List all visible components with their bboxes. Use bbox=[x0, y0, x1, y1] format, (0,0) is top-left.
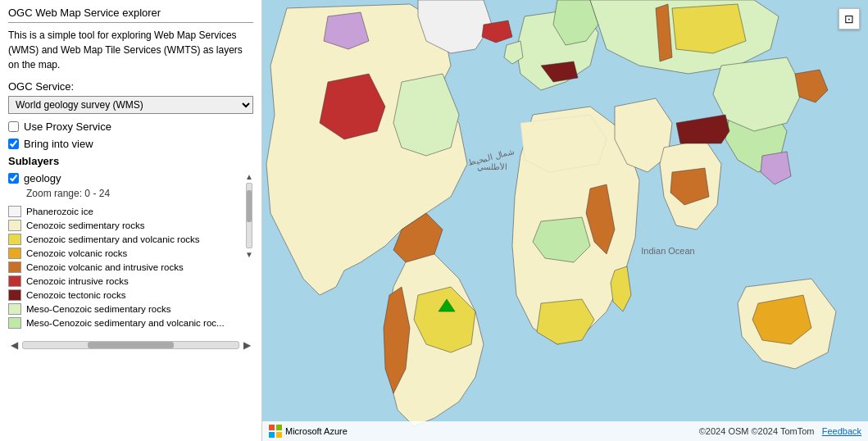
use-proxy-checkbox[interactable] bbox=[8, 121, 19, 132]
use-proxy-row: Use Proxy Service bbox=[8, 120, 253, 133]
legend-item-8: Meso-Cenozoic sedimentary rocks bbox=[8, 303, 243, 315]
geology-layer-checkbox[interactable] bbox=[8, 173, 19, 184]
scroll-right-arrow[interactable]: ▶ bbox=[241, 339, 253, 351]
legend-color-9 bbox=[8, 317, 21, 329]
scroll-left-arrow[interactable]: ◀ bbox=[8, 339, 20, 351]
map-bottom-bar: Microsoft Azure ©2024 OSM ©2024 TomTom F… bbox=[262, 421, 868, 441]
legend-label-1: Phanerozoic ice bbox=[26, 207, 93, 216]
ms-sq-blue bbox=[269, 432, 275, 438]
legend-label-8: Meso-Cenozoic sedimentary rocks bbox=[26, 304, 170, 314]
legend-color-7 bbox=[8, 289, 21, 301]
map-attribution: ©2024 OSM ©2024 TomTom Feedback bbox=[699, 426, 861, 436]
legend-label-4: Cenozoic volcanic rocks bbox=[26, 248, 127, 258]
legend-item-5: Cenozoic volcanic and intrusive rocks bbox=[8, 261, 243, 273]
legend-item-7: Cenozoic tectonic rocks bbox=[8, 289, 243, 301]
service-label: OGC Service: bbox=[8, 80, 253, 93]
zoom-range-text: Zoom range: 0 - 24 bbox=[26, 188, 243, 199]
sublayers-title: Sublayers bbox=[8, 155, 253, 167]
legend-label-5: Cenozoic volcanic and intrusive rocks bbox=[26, 262, 184, 272]
legend-color-4 bbox=[8, 248, 21, 259]
legend-color-1 bbox=[8, 206, 21, 217]
legend-item-4: Cenozoic volcanic rocks bbox=[8, 248, 243, 259]
legend-label-3: Cenozoic sedimentary and volcanic rocks bbox=[26, 234, 200, 244]
legend-color-6 bbox=[8, 275, 21, 287]
feedback-link[interactable]: Feedback bbox=[822, 426, 861, 436]
sidebar-title: OGC Web Map Service explorer bbox=[8, 7, 253, 23]
legend-section: Phanerozoic ice Cenozoic sedimentary roc… bbox=[8, 206, 243, 329]
horizontal-scrollbar-track[interactable] bbox=[22, 341, 239, 349]
horizontal-scrollbar-area: ◀ ▶ bbox=[8, 339, 253, 351]
bring-into-view-row: Bring into view bbox=[8, 138, 253, 150]
microsoft-azure-logo: Microsoft Azure bbox=[269, 425, 348, 438]
svg-text:Indian Ocean: Indian Ocean bbox=[641, 246, 694, 256]
sidebar-description: This is a simple tool for exploring Web … bbox=[8, 28, 253, 72]
scroll-down-arrow[interactable]: ▼ bbox=[245, 250, 253, 259]
vertical-scrollbar-thumb bbox=[247, 190, 252, 222]
service-dropdown[interactable]: World geology survey (WMS) OpenStreetMap… bbox=[8, 96, 253, 114]
bring-into-view-checkbox[interactable] bbox=[8, 139, 19, 149]
geology-layer-label: geology bbox=[24, 172, 61, 184]
legend-label-9: Meso-Cenozoic sedimentary and volcanic r… bbox=[26, 318, 225, 328]
legend-item-9: Meso-Cenozoic sedimentary and volcanic r… bbox=[8, 317, 243, 329]
attribution-text: ©2024 OSM ©2024 TomTom bbox=[699, 426, 815, 436]
legend-color-3 bbox=[8, 234, 21, 245]
ms-sq-yellow bbox=[276, 432, 282, 438]
sidebar: OGC Web Map Service explorer This is a s… bbox=[0, 0, 262, 441]
horizontal-scrollbar-thumb bbox=[88, 342, 174, 348]
ms-sq-green bbox=[276, 425, 282, 430]
legend-color-5 bbox=[8, 261, 21, 273]
map-svg: Indian Ocean شمال المحيط الأطلسي bbox=[262, 0, 868, 441]
legend-item-6: Cenozoic intrusive rocks bbox=[8, 275, 243, 287]
use-proxy-label: Use Proxy Service bbox=[24, 120, 111, 133]
legend-item-1: Phanerozoic ice bbox=[8, 206, 243, 217]
map-zoom-button[interactable]: ⊡ bbox=[838, 8, 860, 30]
legend-label-7: Cenozoic tectonic rocks bbox=[26, 290, 125, 300]
bring-into-view-label: Bring into view bbox=[24, 138, 93, 150]
legend-item-2: Cenozoic sedimentary rocks bbox=[8, 220, 243, 231]
ms-sq-red bbox=[269, 425, 275, 430]
zoom-button-icon: ⊡ bbox=[844, 12, 854, 25]
legend-color-8 bbox=[8, 303, 21, 315]
microsoft-azure-text: Microsoft Azure bbox=[285, 426, 348, 436]
legend-color-2 bbox=[8, 220, 21, 231]
map-area[interactable]: Indian Ocean شمال المحيط الأطلسي ⊡ Micro… bbox=[262, 0, 868, 441]
legend-label-6: Cenozoic intrusive rocks bbox=[26, 276, 129, 286]
legend-label-2: Cenozoic sedimentary rocks bbox=[26, 220, 144, 230]
sublayer-geology-row: geology bbox=[8, 172, 243, 184]
legend-item-3: Cenozoic sedimentary and volcanic rocks bbox=[8, 234, 243, 245]
svg-text:الأطلسي: الأطلسي bbox=[477, 162, 507, 171]
microsoft-squares-icon bbox=[269, 425, 282, 438]
scroll-up-arrow[interactable]: ▲ bbox=[245, 172, 253, 181]
